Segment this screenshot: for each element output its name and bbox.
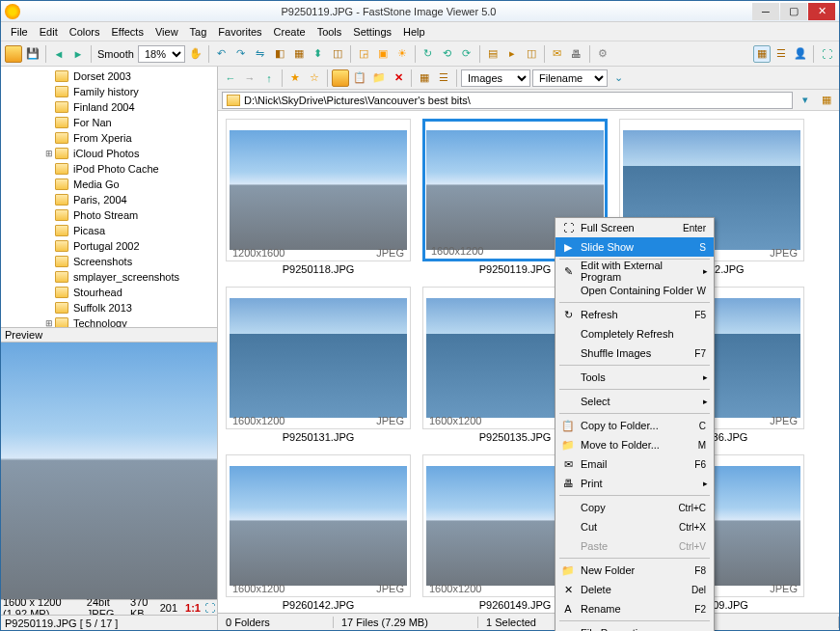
rotate-right-icon[interactable]: ↷ bbox=[232, 45, 250, 63]
tree-item[interactable]: Media Go bbox=[3, 177, 215, 192]
menu-create[interactable]: Create bbox=[268, 24, 312, 40]
view-large-icon[interactable]: ▦ bbox=[416, 69, 433, 87]
slideshow-icon[interactable]: ▸ bbox=[503, 45, 521, 63]
context-item-open-containing-folder[interactable]: Open Containing FolderW bbox=[555, 281, 714, 300]
copyto-icon[interactable]: 📋 bbox=[351, 69, 368, 87]
refresh-icon[interactable]: ↻ bbox=[420, 45, 437, 63]
thumbnail[interactable]: 1600x1200JPEGP9250131.JPG bbox=[226, 287, 411, 443]
folder-tree[interactable]: Dorset 2003Family historyFinland 2004For… bbox=[1, 67, 217, 327]
menu-edit[interactable]: Edit bbox=[34, 24, 64, 40]
print-icon[interactable]: 🖶 bbox=[568, 45, 585, 63]
nav-back-icon[interactable]: ← bbox=[222, 69, 239, 87]
context-item-file-properties[interactable]: File Properties bbox=[555, 623, 714, 631]
context-item-slide-show[interactable]: ▶Slide ShowS bbox=[555, 237, 714, 257]
context-item-new-folder[interactable]: 📁New FolderF8 bbox=[555, 561, 714, 580]
nav-up-icon[interactable]: ↑ bbox=[260, 69, 278, 87]
menu-favorites[interactable]: Favorites bbox=[212, 24, 267, 40]
hand-icon[interactable]: ✋ bbox=[187, 45, 204, 63]
tree-item[interactable]: Finland 2004 bbox=[3, 99, 215, 115]
context-item-tools[interactable]: Tools▸ bbox=[555, 368, 714, 387]
thumbnail-grid[interactable]: 1200x1600JPEGP9250118.JPG1600x1200JPEGP9… bbox=[218, 111, 839, 613]
menu-help[interactable]: Help bbox=[397, 24, 431, 40]
newfolder-icon[interactable] bbox=[332, 69, 349, 87]
fav-add-icon[interactable]: ★ bbox=[286, 69, 304, 87]
menu-effects[interactable]: Effects bbox=[106, 24, 149, 40]
context-item-copy-to-folder[interactable]: 📋Copy to Folder...C bbox=[555, 416, 714, 435]
tree-item[interactable]: smplayer_screenshots bbox=[3, 269, 215, 285]
context-item-select[interactable]: Select▸ bbox=[555, 392, 714, 411]
tool-a-icon[interactable]: ◧ bbox=[271, 45, 288, 63]
tree-expander-icon[interactable]: ⊞ bbox=[43, 149, 55, 158]
prev-icon[interactable]: ◄ bbox=[50, 45, 68, 63]
tree-item[interactable]: Stourhead bbox=[3, 285, 215, 300]
close-button[interactable]: ✕ bbox=[808, 3, 835, 20]
brightness-icon[interactable]: ☀ bbox=[393, 45, 411, 63]
menu-view[interactable]: View bbox=[149, 24, 184, 40]
tree-item[interactable]: Screenshots bbox=[3, 254, 215, 269]
tree-item[interactable]: For Nan bbox=[3, 115, 215, 130]
fullscreen-icon[interactable]: ⛶ bbox=[818, 45, 835, 63]
zoom-select[interactable]: 18% bbox=[138, 45, 185, 63]
rotate-left-icon[interactable]: ↶ bbox=[213, 45, 230, 63]
compare-icon[interactable]: ◫ bbox=[523, 45, 540, 63]
fav-icon[interactable]: ☆ bbox=[306, 69, 323, 87]
calendar-icon[interactable]: ▦ bbox=[818, 92, 835, 109]
context-item-cut[interactable]: CutCtrl+X bbox=[555, 517, 714, 536]
tree-item[interactable]: From Xperia bbox=[3, 130, 215, 146]
context-menu[interactable]: ⛶Full ScreenEnter▶Slide ShowS✎Edit with … bbox=[555, 217, 715, 631]
preview-fit-icon[interactable]: ⛶ bbox=[204, 602, 215, 614]
filter-select[interactable]: Images bbox=[461, 69, 530, 87]
tree-item[interactable]: ⊞iCloud Photos bbox=[3, 146, 215, 161]
context-item-move-to-folder[interactable]: 📁Move to Folder...M bbox=[555, 435, 714, 454]
moveto-icon[interactable]: 📁 bbox=[370, 69, 388, 87]
crop-icon[interactable]: ◫ bbox=[329, 45, 346, 63]
menu-colors[interactable]: Colors bbox=[64, 24, 106, 40]
menu-tools[interactable]: Tools bbox=[312, 24, 348, 40]
tree-item[interactable]: Dorset 2003 bbox=[3, 69, 215, 84]
flip-h-icon[interactable]: ⇋ bbox=[252, 45, 269, 63]
sort-dir-icon[interactable]: ⌄ bbox=[610, 69, 627, 87]
path-go-icon[interactable]: ▾ bbox=[797, 92, 814, 109]
context-item-completely-refresh[interactable]: Completely Refresh bbox=[555, 324, 714, 343]
redo-icon[interactable]: ⟳ bbox=[458, 45, 475, 63]
menu-settings[interactable]: Settings bbox=[347, 24, 397, 40]
preview-image[interactable] bbox=[1, 343, 217, 599]
save-icon[interactable]: 💾 bbox=[24, 45, 41, 63]
sort-select[interactable]: Filename bbox=[532, 69, 608, 87]
view-list-icon[interactable]: ☰ bbox=[435, 69, 452, 87]
delete-icon[interactable]: ✕ bbox=[390, 69, 407, 87]
nav-fwd-icon[interactable]: → bbox=[241, 69, 258, 87]
settings-icon[interactable]: ⚙ bbox=[594, 45, 611, 63]
view-user-icon[interactable]: 👤 bbox=[792, 45, 809, 63]
tree-item[interactable]: Family history bbox=[3, 84, 215, 99]
context-item-shuffle-images[interactable]: Shuffle ImagesF7 bbox=[555, 343, 714, 363]
minimize-button[interactable]: ─ bbox=[752, 3, 779, 20]
maximize-button[interactable]: ▢ bbox=[780, 3, 807, 20]
tree-item[interactable]: Photo Stream bbox=[3, 207, 215, 223]
tree-expander-icon[interactable]: ⊞ bbox=[43, 318, 55, 327]
resize-icon[interactable]: ◲ bbox=[355, 45, 372, 63]
context-item-refresh[interactable]: ↻RefreshF5 bbox=[555, 305, 714, 324]
contact-sheet-icon[interactable]: ▤ bbox=[484, 45, 501, 63]
tree-item[interactable]: Paris, 2004 bbox=[3, 192, 215, 207]
tree-item[interactable]: iPod Photo Cache bbox=[3, 161, 215, 177]
context-item-copy[interactable]: CopyCtrl+C bbox=[555, 498, 714, 517]
undo-icon[interactable]: ⟲ bbox=[439, 45, 456, 63]
tree-item[interactable]: Suffolk 2013 bbox=[3, 300, 215, 316]
context-item-delete[interactable]: ✕DeleteDel bbox=[555, 580, 714, 599]
path-input[interactable]: D:\Nick\SkyDrive\Pictures\Vancouver's be… bbox=[222, 92, 793, 109]
next-icon[interactable]: ► bbox=[69, 45, 87, 63]
tree-item[interactable]: Picasa bbox=[3, 223, 215, 238]
view-details-icon[interactable]: ☰ bbox=[772, 45, 790, 63]
context-item-full-screen[interactable]: ⛶Full ScreenEnter bbox=[555, 218, 714, 237]
tree-item[interactable]: ⊞Technology bbox=[3, 316, 215, 327]
menu-file[interactable]: File bbox=[5, 24, 34, 40]
view-thumbs-icon[interactable]: ▦ bbox=[753, 45, 771, 63]
tool-b-icon[interactable]: ▦ bbox=[290, 45, 308, 63]
thumbnail[interactable]: 1600x1200JPEGP9260142.JPG bbox=[226, 454, 411, 611]
open-icon[interactable] bbox=[5, 45, 22, 63]
canvas-icon[interactable]: ▣ bbox=[374, 45, 392, 63]
thumbnail[interactable]: 1200x1600JPEGP9250118.JPG bbox=[226, 119, 411, 275]
context-item-edit-with-external-program[interactable]: ✎Edit with External Program▸ bbox=[555, 261, 714, 281]
context-item-email[interactable]: ✉EmailF6 bbox=[555, 454, 714, 474]
